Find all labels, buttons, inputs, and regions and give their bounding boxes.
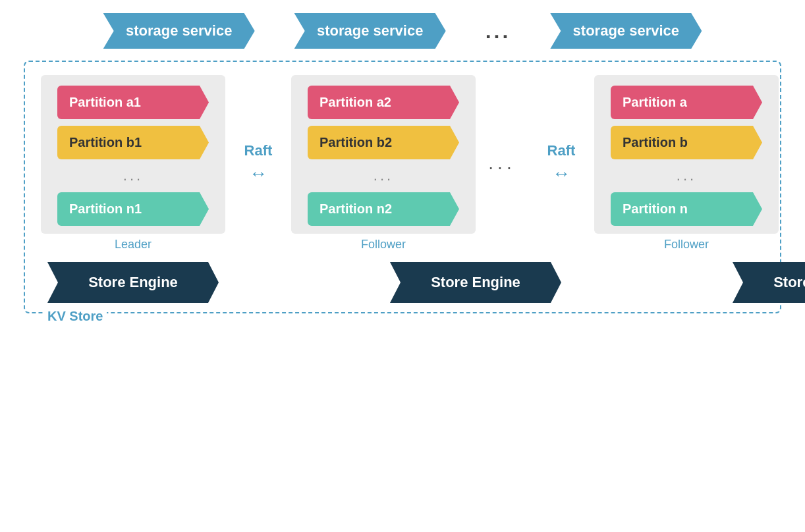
node2-dots: ... [374, 167, 393, 184]
node-follower1-column: Partition a2 Partition b2 ... Partition … [291, 75, 476, 252]
partition-n2: Partition n2 [308, 192, 459, 226]
storage-service-2: storage service [294, 13, 446, 49]
top-row: storage service storage service ... stor… [13, 13, 792, 49]
raft-section-1: Raft ↔ [225, 142, 291, 184]
node-leader-column: Partition a1 Partition b1 ... Partition … [41, 75, 225, 252]
partition-n1: Partition n1 [57, 192, 209, 226]
node1-dots: ... [123, 167, 143, 184]
node3-dots: ... [677, 167, 696, 184]
raft-arrow-1: ↔ [249, 163, 267, 184]
raft-section-2: Raft ↔ [528, 142, 594, 184]
store-engines-row: Store Engine Store Engine Store Engine [41, 262, 764, 303]
node-follower2-box: Partition a Partition b ... Partition n [594, 75, 779, 234]
store-engine-2: Store Engine [390, 262, 561, 303]
top-dots: ... [486, 19, 511, 43]
raft-label-1: Raft [244, 142, 273, 159]
partition-b1: Partition b1 [57, 126, 209, 159]
partition-a: Partition a [611, 86, 762, 119]
partition-b2: Partition b2 [308, 126, 459, 159]
node1-role: Leader [115, 238, 152, 252]
node3-role: Follower [664, 238, 709, 252]
nodes-row: Partition a1 Partition b1 ... Partition … [41, 75, 764, 252]
raft-label-2: Raft [547, 142, 576, 159]
main-container: Partition a1 Partition b1 ... Partition … [24, 61, 781, 313]
node-follower2-column: Partition a Partition b ... Partition n … [594, 75, 779, 252]
kv-store-label: KV Store [43, 309, 107, 324]
storage-service-1: storage service [103, 13, 255, 49]
partition-a1: Partition a1 [57, 86, 209, 119]
node-leader-box: Partition a1 Partition b1 ... Partition … [41, 75, 225, 234]
raft-arrow-2: ↔ [552, 163, 570, 184]
partition-n: Partition n [611, 192, 762, 226]
store-engine-3: Store Engine [733, 262, 805, 303]
node2-role: Follower [361, 238, 406, 252]
storage-service-3: storage service [550, 13, 702, 49]
partition-b: Partition b [611, 126, 762, 159]
node-follower1-box: Partition a2 Partition b2 ... Partition … [291, 75, 476, 234]
store-engine-1: Store Engine [47, 262, 219, 303]
between-dots: ... [476, 153, 528, 174]
partition-a2: Partition a2 [308, 86, 459, 119]
